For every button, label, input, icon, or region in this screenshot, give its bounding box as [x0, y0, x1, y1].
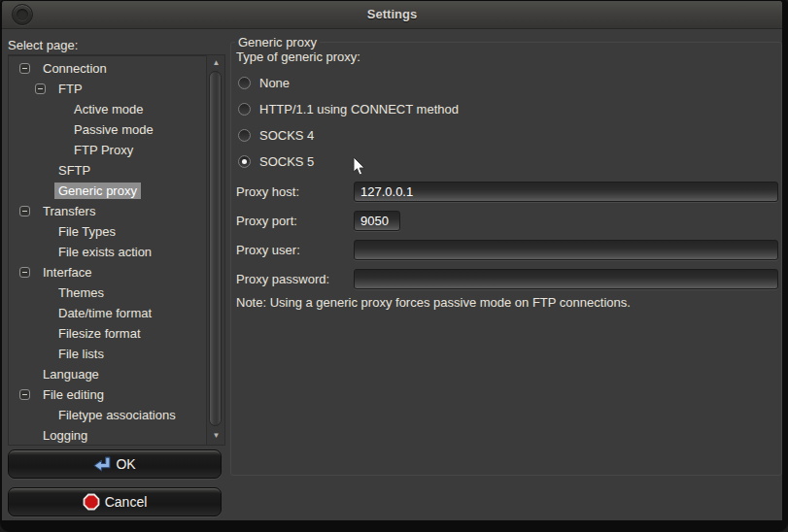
proxy-user-input[interactable] — [354, 240, 778, 260]
tree-collapse-icon[interactable] — [19, 206, 30, 216]
tree-item-label: Filesize format — [54, 325, 145, 342]
field-row-proxy-port: Proxy port: — [236, 206, 780, 235]
tree-item-label: Filetype associations — [54, 407, 180, 423]
tree-collapse-icon[interactable] — [19, 63, 30, 74]
window-title: Settings — [2, 7, 782, 21]
tree-item-logging[interactable]: Logging — [9, 425, 206, 445]
tree-item-date-time-format[interactable]: Date/time format — [9, 303, 206, 323]
tree-item-label: Interface — [39, 264, 96, 281]
tree-item-label: File Types — [54, 223, 120, 240]
tree-item-active-mode[interactable]: Active mode — [9, 99, 206, 119]
radio-button-icon[interactable] — [238, 77, 251, 89]
cancel-button[interactable]: Cancel — [8, 487, 222, 516]
scroll-up-icon[interactable]: ▲ — [207, 57, 225, 69]
tree-item-ftp-proxy[interactable]: FTP Proxy — [9, 140, 206, 160]
tree-item-ftp[interactable]: FTP — [9, 79, 206, 99]
proxy-password-label: Proxy password: — [236, 272, 354, 286]
tree-item-file-types[interactable]: File Types — [9, 221, 206, 242]
radio-option-socks-4[interactable]: SOCKS 4 — [238, 122, 459, 149]
proxy-host-input[interactable] — [354, 182, 778, 202]
scroll-down-icon[interactable]: ▼ — [207, 430, 225, 442]
settings-dialog: Settings Select page: ConnectionFTPActiv… — [0, 0, 788, 532]
tree-item-file-editing[interactable]: File editing — [9, 384, 206, 405]
field-row-proxy-user: Proxy user: — [236, 235, 780, 264]
select-page-label: Select page: — [8, 38, 78, 52]
proxy-port-input[interactable] — [354, 211, 400, 231]
radio-button-icon[interactable] — [238, 103, 251, 116]
tree-item-label: Active mode — [70, 101, 148, 117]
field-row-proxy-host: Proxy host: — [236, 177, 780, 206]
tree-collapse-icon[interactable] — [35, 83, 46, 94]
tree-item-filesize-format[interactable]: Filesize format — [9, 323, 206, 344]
enter-return-arrow-icon — [93, 456, 111, 472]
tree-item-label: FTP — [54, 81, 86, 97]
radio-button-icon[interactable] — [238, 129, 251, 142]
tree-collapse-icon[interactable] — [19, 389, 30, 400]
stop-octagon-icon — [83, 493, 100, 511]
tree-item-filetype-associations[interactable]: Filetype associations — [9, 405, 206, 425]
tree-item-label: File lists — [54, 346, 108, 362]
radio-option-label: SOCKS 4 — [259, 128, 314, 143]
tree-item-language[interactable]: Language — [9, 364, 206, 384]
tree-rows: ConnectionFTPActive modePassive modeFTP … — [9, 58, 206, 445]
tree-item-label: File exists action — [54, 244, 155, 260]
scrollbar-thumb[interactable] — [209, 71, 222, 426]
tree-item-label: Connection — [39, 60, 111, 77]
settings-page-tree: ConnectionFTPActive modePassive modeFTP … — [8, 54, 225, 446]
titlebar: Settings — [2, 1, 782, 29]
tree-item-connection[interactable]: Connection — [9, 58, 206, 79]
tree-item-label: Transfers — [39, 203, 99, 219]
cancel-button-label: Cancel — [105, 494, 148, 510]
tree-item-label: Passive mode — [70, 121, 157, 138]
radio-option-label: None — [259, 76, 290, 90]
tree-item-label: FTP Proxy — [70, 142, 137, 158]
proxy-fields: Proxy host:Proxy port:Proxy user:Proxy p… — [236, 177, 780, 293]
tree-item-label: SFTP — [54, 162, 94, 179]
radio-option-label: SOCKS 5 — [259, 154, 314, 169]
tree-item-file-lists[interactable]: File lists — [9, 344, 206, 364]
radio-option-socks-5[interactable]: SOCKS 5 — [238, 149, 459, 175]
proxy-note: Note: Using a generic proxy forces passi… — [236, 295, 631, 310]
proxy-type-radio-group: NoneHTTP/1.1 using CONNECT methodSOCKS 4… — [238, 70, 459, 175]
tree-item-label: Generic proxy — [54, 183, 141, 199]
tree-item-generic-proxy[interactable]: Generic proxy — [9, 181, 206, 201]
ok-button[interactable]: OK — [8, 449, 222, 479]
radio-option-http-1-1-using-connect-method[interactable]: HTTP/1.1 using CONNECT method — [238, 96, 459, 122]
groupbox-title: Generic proxy — [235, 35, 320, 50]
window-body: Settings Select page: ConnectionFTPActiv… — [2, 1, 782, 520]
tree-item-interface[interactable]: Interface — [9, 262, 206, 283]
tree-item-file-exists-action[interactable]: File exists action — [9, 242, 206, 262]
tree-item-sftp[interactable]: SFTP — [9, 160, 206, 181]
proxy-type-label: Type of generic proxy: — [236, 50, 360, 64]
field-row-proxy-password: Proxy password: — [236, 264, 780, 293]
proxy-user-label: Proxy user: — [236, 243, 354, 257]
ok-button-label: OK — [116, 456, 135, 472]
tree-item-label: Language — [39, 366, 103, 382]
tree-item-themes[interactable]: Themes — [9, 283, 206, 303]
tree-item-label: Logging — [39, 427, 91, 444]
tree-item-label: Themes — [54, 284, 108, 301]
tree-item-transfers[interactable]: Transfers — [9, 201, 206, 221]
proxy-password-input[interactable] — [354, 269, 778, 289]
tree-item-label: Date/time format — [54, 305, 155, 321]
tree-item-label: File editing — [39, 386, 108, 403]
proxy-host-label: Proxy host: — [236, 184, 354, 199]
tree-scrollbar[interactable]: ▲ ▼ — [206, 55, 224, 445]
radio-button-icon[interactable] — [238, 155, 251, 168]
radio-option-none[interactable]: None — [238, 70, 459, 96]
tree-collapse-icon[interactable] — [19, 267, 30, 278]
radio-option-label: HTTP/1.1 using CONNECT method — [259, 102, 459, 116]
proxy-port-label: Proxy port: — [236, 214, 354, 228]
tree-item-passive-mode[interactable]: Passive mode — [9, 119, 206, 140]
